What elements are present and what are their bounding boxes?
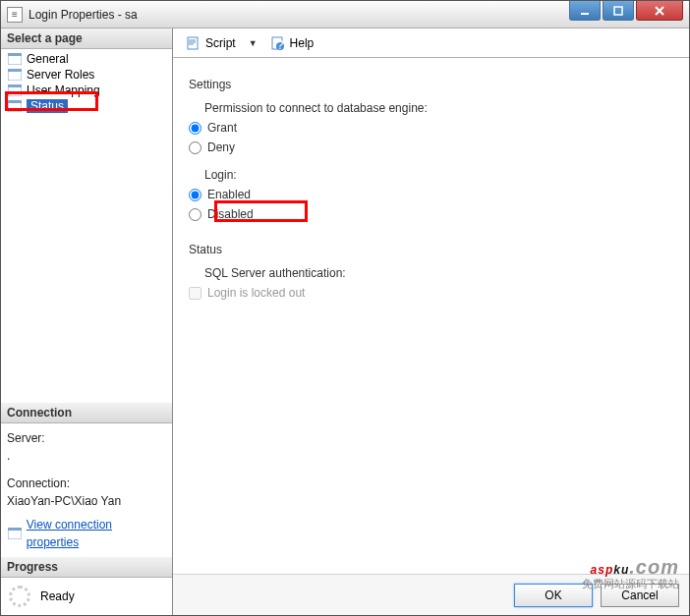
nav-label: User Mapping [27,84,100,97]
deny-label[interactable]: Deny [207,140,235,154]
enabled-radio[interactable] [189,189,201,201]
view-connection-properties-link[interactable]: View connection properties [27,516,166,551]
enabled-label[interactable]: Enabled [207,188,251,201]
nav-label: General [27,52,69,66]
script-label: Script [205,36,236,50]
right-pane: Script ▼ ? Help Settings Permission to c… [173,28,689,615]
login-label: Login: [204,168,673,182]
locked-label: Login is locked out [207,286,305,300]
svg-rect-9 [8,84,22,87]
deny-radio[interactable] [189,141,201,154]
svg-rect-13 [8,528,22,531]
progress-ready-label: Ready [40,589,75,603]
locked-checkbox-row: Login is locked out [189,286,673,300]
progress-spinner-icon [9,586,30,607]
window-icon: ≡ [7,7,23,23]
content-area: Settings Permission to connect to databa… [173,58,689,574]
connection-header: Connection [1,403,172,423]
auth-label: SQL Server authentication: [204,266,673,280]
svg-text:?: ? [276,38,283,50]
svg-rect-5 [8,53,22,56]
nav-item-user-mapping[interactable]: User Mapping [1,83,172,98]
connection-body: Server: . Connection: XiaoYan-PC\Xiao Ya… [1,423,172,557]
page-icon [7,99,23,113]
sidebar-spacer [1,116,172,403]
help-button[interactable]: ? Help [265,32,319,54]
watermark-brand-a: asp [591,563,614,577]
maximize-button[interactable] [603,1,634,21]
connection-label: Connection: [7,475,166,492]
svg-rect-11 [8,100,22,103]
settings-heading: Settings [189,78,673,91]
help-label: Help [290,36,315,50]
titlebar[interactable]: ≡ Login Properties - sa [1,1,689,28]
script-icon [186,35,201,51]
left-pane: Select a page General Server Roles [1,28,173,615]
page-icon [7,68,23,82]
server-label: Server: [7,429,166,447]
login-properties-window: ≡ Login Properties - sa Select a page [0,0,690,616]
window-body: Select a page General Server Roles [1,28,689,615]
enabled-radio-row: Enabled [189,188,673,201]
window-title: Login Properties - sa [29,8,138,22]
nav-item-server-roles[interactable]: Server Roles [1,67,172,83]
help-icon: ? [270,35,286,51]
script-dropdown-icon[interactable]: ▼ [245,38,261,48]
select-page-header: Select a page [1,28,172,49]
svg-rect-7 [8,69,22,72]
deny-radio-row: Deny [189,140,673,154]
grant-radio[interactable] [189,122,201,135]
link-icon [7,527,23,540]
page-nav-list: General Server Roles User Mapping [1,49,172,116]
script-button[interactable]: Script [181,32,241,54]
page-icon [7,84,23,97]
grant-label[interactable]: Grant [207,121,237,135]
toolbar: Script ▼ ? Help [173,28,689,58]
nav-label: Status [27,99,68,113]
watermark-brand-c: .com [629,556,679,578]
permission-label: Permission to connect to database engine… [204,101,673,115]
watermark-tagline: 免费网站源码下载站 [582,579,679,589]
nav-item-general[interactable]: General [1,51,172,67]
close-button[interactable] [636,1,683,21]
svg-rect-14 [188,37,198,49]
disabled-radio[interactable] [189,208,201,221]
disabled-radio-row: Disabled [189,207,673,221]
nav-item-status[interactable]: Status [1,98,172,114]
locked-checkbox [189,287,201,300]
window-buttons [567,1,683,21]
grant-radio-row: Grant [189,121,673,135]
disabled-label[interactable]: Disabled [207,207,254,221]
server-value: . [7,447,166,465]
watermark: aspku.com 免费网站源码下载站 [582,551,679,589]
page-icon [7,52,23,66]
progress-body: Ready [1,578,172,615]
nav-label: Server Roles [27,68,94,82]
minimize-button[interactable] [569,1,601,21]
watermark-brand-b: ku [613,563,629,577]
connection-value: XiaoYan-PC\Xiao Yan [7,492,166,510]
svg-rect-1 [614,7,622,15]
ok-button[interactable]: OK [514,584,593,607]
progress-header: Progress [1,557,172,578]
status-heading: Status [189,243,673,256]
